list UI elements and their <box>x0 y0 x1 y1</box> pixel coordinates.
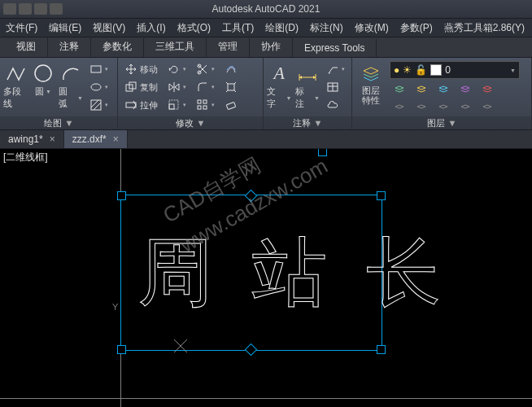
close-icon[interactable]: × <box>50 133 55 145</box>
move-button[interactable]: 移动 <box>121 61 161 77</box>
document-tabs: awing1* × zzz.dxf* × <box>0 130 532 149</box>
leader-button[interactable]: ▾ <box>323 61 348 77</box>
panel-modify: 移动 复制 拉伸 ▾ ▾ ▾ ▾ ▾ ▾ 修改▼ <box>118 58 264 129</box>
grip[interactable] <box>377 191 386 200</box>
app-title: Autodesk AutoCAD 2021 <box>212 3 321 15</box>
svg-rect-3 <box>91 100 101 110</box>
move-icon <box>124 63 137 76</box>
layer-name: 0 <box>445 64 507 76</box>
doc-tab-2[interactable]: zzz.dxf* × <box>64 130 128 148</box>
menu-draw[interactable]: 绘图(D) <box>259 19 304 37</box>
menu-yanxiu[interactable]: 燕秀工具箱2.86(Y) <box>438 19 530 37</box>
offset-button[interactable] <box>221 61 241 77</box>
qat <box>3 3 63 15</box>
grip-top[interactable] <box>318 149 327 156</box>
qat-item[interactable] <box>50 3 63 15</box>
mirror-icon <box>168 81 181 94</box>
rect-button[interactable]: ▾ <box>86 61 111 77</box>
grip[interactable] <box>117 191 126 200</box>
menu-insert[interactable]: 插入(I) <box>131 19 171 37</box>
drawing-canvas[interactable]: [二维线框] Y 周站长 CAD自学网 www.cadzxw.com <box>0 149 532 407</box>
text-button[interactable]: A 文字▼ <box>267 59 292 110</box>
qat-item[interactable] <box>19 3 32 15</box>
menu-format[interactable]: 格式(O) <box>172 19 216 37</box>
layer-stack-icon <box>415 83 428 96</box>
rotate-icon <box>168 63 181 76</box>
color-swatch <box>430 64 442 76</box>
layer-tool-10[interactable] <box>477 100 497 116</box>
layer-tool-8[interactable] <box>434 100 453 116</box>
ribbon-tab-3d[interactable]: 三维工具 <box>144 37 207 57</box>
ribbon-tab-annot[interactable]: 注释 <box>48 37 91 57</box>
dim-button[interactable]: 标注▼ <box>295 59 321 110</box>
layer-tool-1[interactable] <box>390 81 409 98</box>
layer-tool-3[interactable] <box>434 81 453 98</box>
copy-button[interactable]: 复制 <box>121 79 161 95</box>
layer-stack-icon <box>481 83 494 96</box>
y-axis-label: Y <box>112 302 118 312</box>
layer-tool-2[interactable] <box>412 81 431 98</box>
hatch-button[interactable]: ▾ <box>86 97 111 113</box>
ribbon-tab-view[interactable]: 视图 <box>5 37 48 57</box>
panel-title-modify[interactable]: 修改▼ <box>118 116 263 129</box>
layer-tool-4[interactable] <box>456 81 475 98</box>
menu-tools[interactable]: 工具(T) <box>216 19 259 37</box>
trim-button[interactable]: ▾ <box>193 61 218 77</box>
ribbon-tab-strip: 视图 注释 参数化 三维工具 管理 协作 Express Tools <box>0 37 532 58</box>
menu-dim[interactable]: 标注(N) <box>304 19 349 37</box>
arc-button[interactable]: 圆弧▼ <box>59 59 83 110</box>
viewport-style-label[interactable]: [二维线框] <box>3 151 48 164</box>
ribbon-tab-express[interactable]: Express Tools <box>293 39 377 57</box>
rotate-button[interactable]: ▾ <box>164 61 190 77</box>
layer-props-button[interactable]: 图层 特性 <box>355 59 386 105</box>
menu-edit[interactable]: 编辑(E) <box>43 19 87 37</box>
close-icon[interactable]: × <box>113 133 119 145</box>
doc-tab-1[interactable]: awing1* × <box>0 130 64 148</box>
layer-combo[interactable]: ● ☀ 🔓 0 ▼ <box>390 61 520 79</box>
table-button[interactable] <box>323 79 348 95</box>
draw-small-col: ▾ ▾ ▾ <box>86 59 111 113</box>
ellipse-button[interactable]: ▾ <box>86 79 111 95</box>
grip[interactable] <box>117 345 126 354</box>
copy-icon <box>124 81 137 94</box>
layer-tool-6[interactable] <box>390 100 409 116</box>
cloud-button[interactable] <box>323 97 348 113</box>
qat-item[interactable] <box>3 3 16 15</box>
array-button[interactable]: ▾ <box>193 97 218 113</box>
panel-title-layer[interactable]: 图层▼ <box>352 116 531 129</box>
polyline-button[interactable]: 多段线 <box>3 59 28 110</box>
circle-icon <box>33 63 54 84</box>
mirror-button[interactable]: ▾ <box>164 79 190 95</box>
erase-button[interactable] <box>221 97 241 113</box>
lock-icon: 🔓 <box>415 64 427 76</box>
menu-param[interactable]: 参数(P) <box>395 19 438 37</box>
circle-button[interactable]: 圆▼ <box>31 59 55 98</box>
menu-file[interactable]: 文件(F) <box>0 19 43 37</box>
layer-tool-5[interactable] <box>477 81 497 98</box>
canvas-text[interactable]: 周站长 <box>138 222 480 323</box>
svg-rect-13 <box>198 100 201 103</box>
svg-point-2 <box>91 84 101 90</box>
menu-bar: 文件(F) 编辑(E) 视图(V) 插入(I) 格式(O) 工具(T) 绘图(D… <box>0 19 532 37</box>
scale-button[interactable]: ▾ <box>164 97 190 113</box>
qat-item[interactable] <box>34 3 47 15</box>
layer-tool-9[interactable] <box>456 100 475 116</box>
explode-button[interactable] <box>221 79 241 95</box>
arc-icon <box>60 63 81 84</box>
fillet-icon <box>196 81 209 94</box>
hatch-icon <box>89 98 102 112</box>
ribbon-tab-param[interactable]: 参数化 <box>91 37 144 57</box>
stretch-icon <box>124 98 137 112</box>
stretch-button[interactable]: 拉伸 <box>121 97 161 113</box>
menu-view[interactable]: 视图(V) <box>87 19 131 37</box>
fillet-button[interactable]: ▾ <box>193 79 218 95</box>
ribbon-tab-manage[interactable]: 管理 <box>207 37 250 57</box>
layer-tool-7[interactable] <box>412 100 431 116</box>
scale-icon <box>168 98 181 112</box>
panel-title-draw[interactable]: 绘图▼ <box>0 116 117 129</box>
grip[interactable] <box>377 345 386 354</box>
ribbon-tab-collab[interactable]: 协作 <box>250 37 293 57</box>
panel-title-annot[interactable]: 注释▼ <box>264 116 351 129</box>
layer-stack-icon <box>459 83 472 96</box>
menu-modify[interactable]: 修改(M) <box>349 19 395 37</box>
